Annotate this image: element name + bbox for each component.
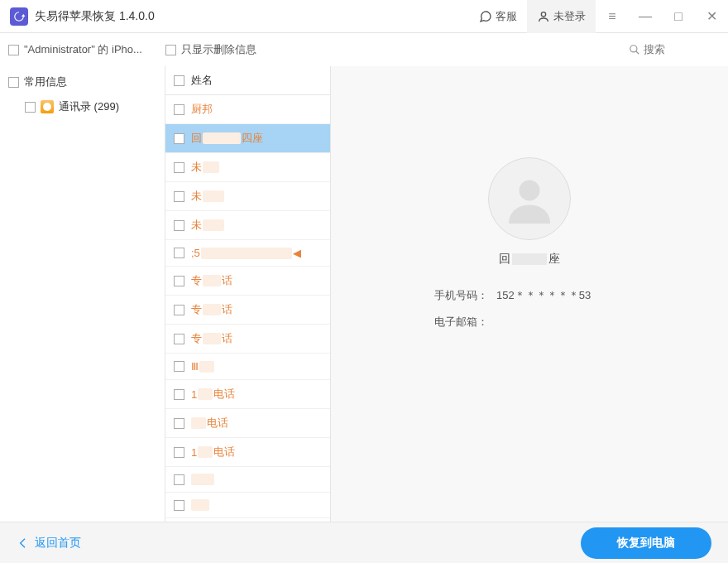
tree-root[interactable]: 常用信息 (0, 70, 165, 94)
app-logo (10, 7, 28, 26)
detail-panel: 回 座 手机号码： 152＊＊＊＊＊＊53 电子邮箱： (331, 66, 728, 522)
list-item[interactable]: 专话 (165, 267, 330, 296)
detail-name: 回 座 (499, 252, 560, 267)
hamburger-icon: ≡ (608, 9, 615, 24)
avatar (488, 157, 571, 240)
row-text: 1电话 (191, 445, 235, 460)
menu-button[interactable]: ≡ (596, 0, 629, 33)
svg-point-3 (520, 180, 540, 201)
row-checkbox[interactable] (174, 162, 184, 173)
chat-icon (479, 10, 492, 23)
list-item[interactable]: ;5 ◀ (165, 240, 330, 267)
row-checkbox[interactable] (174, 334, 184, 344)
row-text: 专话 (191, 331, 232, 346)
app-title: 失易得苹果恢复 1.4.0.0 (35, 9, 155, 24)
phone-value: 152＊＊＊＊＊＊53 (496, 288, 591, 303)
row-text: ;5 ◀ (191, 247, 301, 259)
avatar-icon (505, 174, 554, 224)
bottombar: 返回首页 恢复到电脑 (0, 522, 728, 563)
list-item[interactable]: 专话 (165, 325, 330, 354)
main: 常用信息 通讯录 (299) 姓名 厨邦回四座未未未;5 ◀专话专话专话Ⅲ1电话… (0, 66, 728, 522)
row-text (191, 499, 209, 511)
row-checkbox[interactable] (174, 500, 184, 511)
email-field: 电子邮箱： (422, 315, 637, 330)
list-body[interactable]: 厨邦回四座未未未;5 ◀专话专话专话Ⅲ1电话电话1电话 (165, 95, 330, 522)
recover-button[interactable]: 恢复到电脑 (581, 527, 711, 559)
login-button[interactable]: 未登录 (527, 0, 596, 33)
deleted-only-label: 只显示删除信息 (181, 42, 256, 57)
support-button[interactable]: 客服 (469, 0, 527, 33)
close-icon: ✕ (706, 8, 717, 24)
contacts-icon (41, 100, 54, 113)
list-item[interactable]: 未 (165, 182, 330, 211)
row-checkbox[interactable] (174, 133, 184, 144)
row-checkbox[interactable] (174, 276, 184, 286)
row-checkbox[interactable] (174, 248, 184, 258)
user-icon (537, 10, 550, 23)
list-item[interactable]: 1电话 (165, 438, 330, 467)
list-header: 姓名 (165, 66, 330, 95)
deleted-only-checkbox[interactable] (165, 45, 176, 55)
search-icon (629, 44, 640, 55)
list-item[interactable]: 厨邦 (165, 95, 330, 124)
arrow-left-icon (17, 537, 30, 550)
row-text: 未 (191, 218, 224, 233)
svg-point-1 (630, 45, 637, 51)
list-item[interactable]: 电话 (165, 409, 330, 438)
list-item[interactable]: Ⅲ (165, 354, 330, 380)
device-label: "Administrator" 的 iPho... (24, 42, 142, 57)
svg-point-0 (541, 12, 545, 16)
back-home-link[interactable]: 返回首页 (17, 536, 81, 551)
root-checkbox[interactable] (8, 77, 19, 88)
row-checkbox[interactable] (174, 305, 184, 315)
list-item[interactable] (165, 493, 330, 518)
list-item[interactable] (165, 467, 330, 493)
row-checkbox[interactable] (174, 104, 184, 115)
search-input[interactable] (644, 43, 710, 55)
row-checkbox[interactable] (174, 361, 184, 372)
select-all-checkbox[interactable] (174, 75, 184, 86)
row-text: 专话 (191, 273, 232, 288)
contacts-checkbox[interactable] (25, 102, 36, 113)
sidebar: 常用信息 通讯录 (299) (0, 66, 165, 522)
contact-list: 姓名 厨邦回四座未未未;5 ◀专话专话专话Ⅲ1电话电话1电话 (165, 66, 331, 522)
list-item[interactable] (165, 518, 330, 522)
maximize-button[interactable]: □ (662, 0, 695, 33)
list-item[interactable]: 专话 (165, 296, 330, 325)
titlebar: 失易得苹果恢复 1.4.0.0 客服 未登录 ≡ — □ ✕ (0, 0, 728, 33)
device-checkbox[interactable] (8, 45, 19, 55)
row-checkbox[interactable] (174, 389, 184, 400)
row-text: 专话 (191, 302, 232, 317)
tree-contacts[interactable]: 通讯录 (299) (0, 94, 165, 119)
row-text: Ⅲ (191, 360, 214, 373)
row-text: 回四座 (191, 131, 263, 146)
row-text: 未 (191, 160, 219, 175)
maximize-icon: □ (674, 9, 682, 24)
minimize-icon: — (639, 9, 652, 24)
name-mask (512, 253, 547, 265)
row-checkbox[interactable] (174, 447, 184, 458)
list-item[interactable]: 未 (165, 211, 330, 240)
row-text: 电话 (191, 416, 228, 431)
row-checkbox[interactable] (174, 474, 184, 485)
list-item[interactable]: 回四座 (165, 124, 330, 153)
search-wrap (629, 43, 720, 56)
minimize-button[interactable]: — (629, 0, 662, 33)
toolbar: "Administrator" 的 iPho... 只显示删除信息 (0, 33, 728, 66)
row-checkbox[interactable] (174, 418, 184, 429)
row-checkbox[interactable] (174, 220, 184, 231)
row-text: 厨邦 (191, 102, 213, 117)
list-item[interactable]: 1电话 (165, 380, 330, 409)
close-button[interactable]: ✕ (695, 0, 728, 33)
svg-line-2 (636, 51, 639, 54)
row-text: 1电话 (191, 387, 235, 402)
list-item[interactable]: 未 (165, 153, 330, 182)
row-checkbox[interactable] (174, 191, 184, 202)
phone-field: 手机号码： 152＊＊＊＊＊＊53 (422, 288, 637, 303)
row-text: 未 (191, 189, 224, 204)
row-text (191, 474, 214, 485)
